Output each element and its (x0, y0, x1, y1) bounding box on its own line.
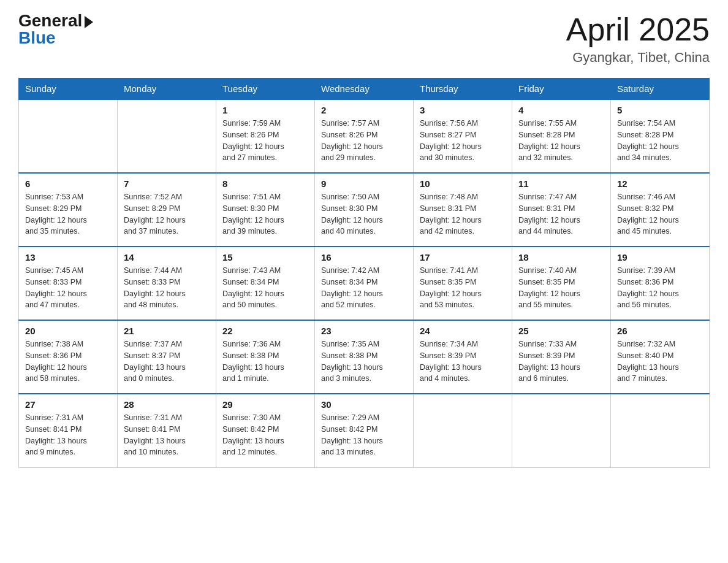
day-info: Sunrise: 7:34 AM Sunset: 8:39 PM Dayligh… (420, 339, 506, 385)
calendar-cell: 15Sunrise: 7:43 AM Sunset: 8:34 PM Dayli… (216, 247, 315, 320)
day-info: Sunrise: 7:39 AM Sunset: 8:36 PM Dayligh… (617, 265, 703, 311)
day-number: 10 (420, 178, 506, 189)
col-saturday: Saturday (611, 79, 710, 100)
day-number: 23 (321, 326, 407, 336)
day-number: 28 (124, 399, 210, 410)
day-number: 9 (321, 178, 407, 189)
calendar-week-1: 1Sunrise: 7:59 AM Sunset: 8:26 PM Daylig… (19, 99, 710, 173)
day-info: Sunrise: 7:42 AM Sunset: 8:34 PM Dayligh… (321, 265, 407, 311)
calendar-cell: 27Sunrise: 7:31 AM Sunset: 8:41 PM Dayli… (19, 394, 118, 467)
day-number: 6 (25, 178, 111, 189)
day-number: 1 (222, 105, 308, 115)
day-info: Sunrise: 7:46 AM Sunset: 8:32 PM Dayligh… (617, 191, 703, 237)
calendar-cell: 29Sunrise: 7:30 AM Sunset: 8:42 PM Dayli… (216, 394, 315, 467)
calendar-cell: 11Sunrise: 7:47 AM Sunset: 8:31 PM Dayli… (512, 173, 611, 247)
calendar-cell (611, 394, 710, 467)
day-info: Sunrise: 7:33 AM Sunset: 8:39 PM Dayligh… (518, 339, 604, 385)
day-info: Sunrise: 7:55 AM Sunset: 8:28 PM Dayligh… (518, 118, 604, 164)
calendar-cell: 24Sunrise: 7:34 AM Sunset: 8:39 PM Dayli… (414, 320, 512, 394)
day-number: 16 (321, 252, 407, 262)
day-number: 4 (518, 105, 604, 115)
calendar-body: 1Sunrise: 7:59 AM Sunset: 8:26 PM Daylig… (19, 99, 710, 467)
calendar-cell: 14Sunrise: 7:44 AM Sunset: 8:33 PM Dayli… (118, 247, 216, 320)
calendar-table: Sunday Monday Tuesday Wednesday Thursday… (18, 78, 710, 468)
header-row: Sunday Monday Tuesday Wednesday Thursday… (19, 79, 710, 100)
day-number: 20 (25, 326, 111, 336)
day-number: 22 (222, 326, 308, 336)
col-sunday: Sunday (19, 79, 118, 100)
calendar-cell: 16Sunrise: 7:42 AM Sunset: 8:34 PM Dayli… (315, 247, 414, 320)
logo-blue-text: Blue (18, 29, 56, 47)
calendar-cell: 4Sunrise: 7:55 AM Sunset: 8:28 PM Daylig… (512, 99, 611, 173)
calendar-cell: 23Sunrise: 7:35 AM Sunset: 8:38 PM Dayli… (315, 320, 414, 394)
day-info: Sunrise: 7:44 AM Sunset: 8:33 PM Dayligh… (124, 265, 210, 311)
day-info: Sunrise: 7:31 AM Sunset: 8:41 PM Dayligh… (124, 412, 210, 458)
calendar-cell: 1Sunrise: 7:59 AM Sunset: 8:26 PM Daylig… (216, 99, 315, 173)
day-info: Sunrise: 7:43 AM Sunset: 8:34 PM Dayligh… (222, 265, 308, 311)
title-section: April 2025 Gyangkar, Tibet, China (566, 12, 710, 66)
day-info: Sunrise: 7:40 AM Sunset: 8:35 PM Dayligh… (518, 265, 604, 311)
day-number: 5 (617, 105, 703, 115)
day-number: 7 (124, 178, 210, 189)
col-friday: Friday (512, 79, 611, 100)
day-number: 25 (518, 326, 604, 336)
day-info: Sunrise: 7:45 AM Sunset: 8:33 PM Dayligh… (25, 265, 111, 311)
day-info: Sunrise: 7:35 AM Sunset: 8:38 PM Dayligh… (321, 339, 407, 385)
calendar-cell: 20Sunrise: 7:38 AM Sunset: 8:36 PM Dayli… (19, 320, 118, 394)
col-tuesday: Tuesday (216, 79, 315, 100)
calendar-week-4: 20Sunrise: 7:38 AM Sunset: 8:36 PM Dayli… (19, 320, 710, 394)
day-info: Sunrise: 7:51 AM Sunset: 8:30 PM Dayligh… (222, 191, 308, 237)
calendar-header: Sunday Monday Tuesday Wednesday Thursday… (19, 79, 710, 100)
calendar-cell: 25Sunrise: 7:33 AM Sunset: 8:39 PM Dayli… (512, 320, 611, 394)
calendar-cell: 8Sunrise: 7:51 AM Sunset: 8:30 PM Daylig… (216, 173, 315, 247)
month-title: April 2025 (566, 12, 710, 47)
col-wednesday: Wednesday (315, 79, 414, 100)
day-info: Sunrise: 7:56 AM Sunset: 8:27 PM Dayligh… (420, 118, 506, 164)
day-number: 18 (518, 252, 604, 262)
day-number: 15 (222, 252, 308, 262)
day-info: Sunrise: 7:53 AM Sunset: 8:29 PM Dayligh… (25, 191, 111, 237)
calendar-cell: 28Sunrise: 7:31 AM Sunset: 8:41 PM Dayli… (118, 394, 216, 467)
calendar-cell: 17Sunrise: 7:41 AM Sunset: 8:35 PM Dayli… (414, 247, 512, 320)
day-info: Sunrise: 7:36 AM Sunset: 8:38 PM Dayligh… (222, 339, 308, 385)
day-info: Sunrise: 7:38 AM Sunset: 8:36 PM Dayligh… (25, 339, 111, 385)
calendar-cell: 10Sunrise: 7:48 AM Sunset: 8:31 PM Dayli… (414, 173, 512, 247)
calendar-cell: 13Sunrise: 7:45 AM Sunset: 8:33 PM Dayli… (19, 247, 118, 320)
page-header: General Blue April 2025 Gyangkar, Tibet,… (18, 12, 710, 66)
calendar-cell: 9Sunrise: 7:50 AM Sunset: 8:30 PM Daylig… (315, 173, 414, 247)
day-info: Sunrise: 7:54 AM Sunset: 8:28 PM Dayligh… (617, 118, 703, 164)
day-number: 13 (25, 252, 111, 262)
logo: General Blue (18, 12, 93, 47)
calendar-cell (19, 99, 118, 173)
col-thursday: Thursday (414, 79, 512, 100)
day-info: Sunrise: 7:57 AM Sunset: 8:26 PM Dayligh… (321, 118, 407, 164)
day-number: 2 (321, 105, 407, 115)
calendar-week-5: 27Sunrise: 7:31 AM Sunset: 8:41 PM Dayli… (19, 394, 710, 467)
day-number: 12 (617, 178, 703, 189)
day-number: 21 (124, 326, 210, 336)
day-number: 24 (420, 326, 506, 336)
calendar-cell: 22Sunrise: 7:36 AM Sunset: 8:38 PM Dayli… (216, 320, 315, 394)
day-info: Sunrise: 7:52 AM Sunset: 8:29 PM Dayligh… (124, 191, 210, 237)
calendar-cell: 12Sunrise: 7:46 AM Sunset: 8:32 PM Dayli… (611, 173, 710, 247)
day-number: 14 (124, 252, 210, 262)
day-number: 17 (420, 252, 506, 262)
day-number: 11 (518, 178, 604, 189)
calendar-cell (512, 394, 611, 467)
calendar-week-3: 13Sunrise: 7:45 AM Sunset: 8:33 PM Dayli… (19, 247, 710, 320)
day-number: 29 (222, 399, 308, 410)
day-number: 8 (222, 178, 308, 189)
day-info: Sunrise: 7:37 AM Sunset: 8:37 PM Dayligh… (124, 339, 210, 385)
calendar-cell: 21Sunrise: 7:37 AM Sunset: 8:37 PM Dayli… (118, 320, 216, 394)
location: Gyangkar, Tibet, China (566, 50, 710, 66)
calendar-cell: 6Sunrise: 7:53 AM Sunset: 8:29 PM Daylig… (19, 173, 118, 247)
col-monday: Monday (118, 79, 216, 100)
day-number: 3 (420, 105, 506, 115)
day-info: Sunrise: 7:59 AM Sunset: 8:26 PM Dayligh… (222, 118, 308, 164)
day-info: Sunrise: 7:50 AM Sunset: 8:30 PM Dayligh… (321, 191, 407, 237)
calendar-cell: 5Sunrise: 7:54 AM Sunset: 8:28 PM Daylig… (611, 99, 710, 173)
day-info: Sunrise: 7:47 AM Sunset: 8:31 PM Dayligh… (518, 191, 604, 237)
calendar-cell: 30Sunrise: 7:29 AM Sunset: 8:42 PM Dayli… (315, 394, 414, 467)
logo-general-text: General (18, 12, 93, 29)
day-info: Sunrise: 7:32 AM Sunset: 8:40 PM Dayligh… (617, 339, 703, 385)
